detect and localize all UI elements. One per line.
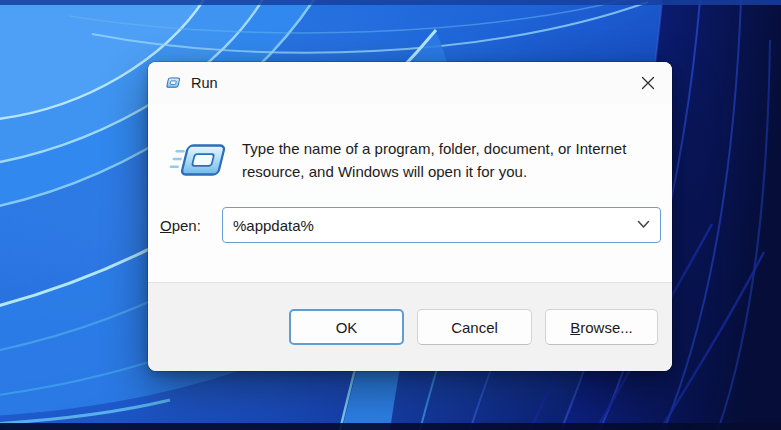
close-button[interactable] [630, 67, 666, 99]
dialog-message: Type the name of a program, folder, docu… [242, 137, 652, 185]
titlebar[interactable]: Run [148, 62, 672, 104]
cancel-button[interactable]: Cancel [417, 309, 532, 345]
browse-button-label: Browse... [570, 319, 633, 336]
message-row: Type the name of a program, folder, docu… [168, 137, 654, 185]
cancel-button-label: Cancel [451, 319, 498, 336]
open-label: Open: [160, 217, 222, 234]
ok-button-label: OK [336, 319, 358, 336]
run-icon-large [168, 137, 226, 185]
open-row: Open: [160, 207, 661, 243]
browse-button[interactable]: Browse... [545, 309, 658, 345]
open-input[interactable] [222, 207, 661, 243]
desktop: Run [0, 0, 781, 430]
window-title: Run [191, 75, 630, 91]
close-icon [641, 76, 655, 90]
button-bar: OK Cancel Browse... [148, 282, 672, 371]
ok-button[interactable]: OK [289, 309, 404, 345]
dialog-body: Type the name of a program, folder, docu… [148, 137, 672, 243]
run-dialog: Run [148, 62, 672, 371]
open-combobox[interactable] [222, 207, 661, 243]
run-icon [164, 76, 181, 90]
